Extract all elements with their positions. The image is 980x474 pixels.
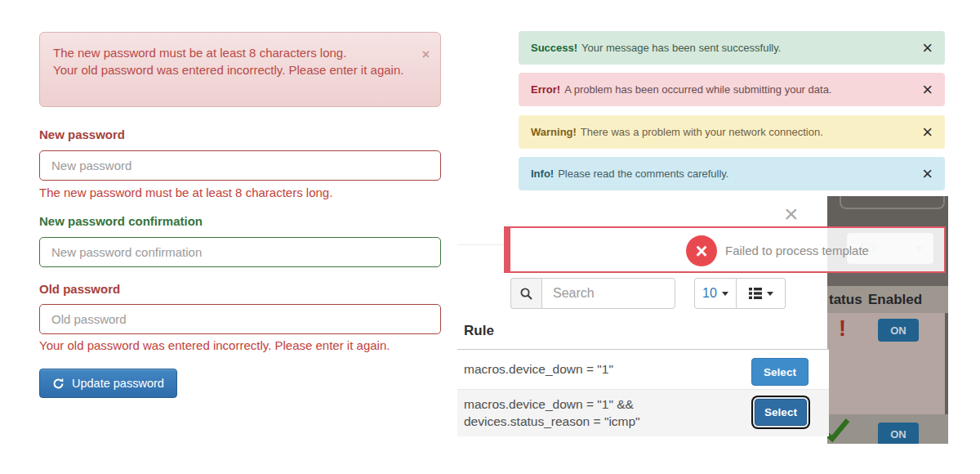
status-ok-check-icon <box>827 418 850 444</box>
old-password-input[interactable] <box>39 304 441 334</box>
close-icon[interactable]: × <box>422 49 430 60</box>
alert-message-line: The new password must be at least 8 char… <box>53 44 408 61</box>
page-size-label: 10 <box>702 286 717 301</box>
toast-message: Failed to process template <box>725 243 869 257</box>
new-password-input[interactable] <box>39 150 441 181</box>
refresh-icon <box>52 378 65 390</box>
search-icon <box>519 287 533 301</box>
rule-column-header: Rule <box>464 323 494 339</box>
old-password-label: Old password <box>39 282 120 296</box>
enabled-toggle-on[interactable]: ON <box>878 423 919 444</box>
enabled-toggle-on[interactable]: ON <box>878 319 919 342</box>
alert-message: There was a problem with your network co… <box>581 126 823 138</box>
select-label: Select <box>764 406 797 418</box>
page-size-dropdown[interactable]: 10 <box>694 278 737 309</box>
info-alert: Info! Please read the comments carefully… <box>519 157 945 190</box>
x-mark: × <box>696 241 708 262</box>
error-circle-icon: × <box>686 235 717 266</box>
alert-message: Your message has been sent successfully. <box>581 42 781 54</box>
rule-expression-line: devices.status_reason = "icmp" <box>464 413 640 430</box>
alert-label: Warning! <box>531 126 577 138</box>
select-label: Select <box>764 366 796 378</box>
alert-label: Info! <box>531 168 554 180</box>
rule-search-group <box>510 278 675 309</box>
on-label: ON <box>890 324 906 337</box>
table-controls: 10 <box>694 278 786 309</box>
status-column-header-partial: tatus <box>829 292 862 308</box>
alert-message-line: Your old password was entered incorrectl… <box>53 61 408 78</box>
close-icon[interactable]: × <box>922 123 933 141</box>
rule-expression-line: macros.device_down = "1" && <box>464 396 634 413</box>
search-input[interactable] <box>541 278 675 309</box>
modal-close-icon[interactable]: × <box>784 202 799 226</box>
select-rule-button-focused[interactable]: Select <box>755 399 807 426</box>
password-confirmation-label: New password confirmation <box>39 214 203 228</box>
background-band <box>827 273 948 286</box>
background-table-header: tatus Enabled <box>827 286 948 313</box>
password-error-alert: The new password must be at least 8 char… <box>39 32 441 107</box>
error-alert: Error! A problem has been occurred while… <box>519 73 945 106</box>
new-password-label: New password <box>39 127 125 141</box>
chevron-down-icon <box>767 292 773 296</box>
search-icon-box <box>510 278 541 309</box>
close-icon[interactable]: × <box>922 39 933 57</box>
screenshot-canvas: The new password must be at least 8 char… <box>0 0 980 474</box>
password-confirmation-input[interactable] <box>39 237 441 267</box>
close-icon[interactable]: × <box>922 165 933 183</box>
select-rule-button[interactable]: Select <box>751 358 808 386</box>
success-alert: Success! Your message has been sent succ… <box>519 31 945 65</box>
alert-label: Error! <box>531 83 560 96</box>
list-icon <box>749 288 762 299</box>
chevron-down-icon <box>722 292 728 296</box>
warning-alert: Warning! There was a problem with your n… <box>519 115 945 149</box>
rule-table-row: macros.device_down = "1" Select <box>457 350 829 389</box>
on-label: ON <box>890 428 906 440</box>
error-toast: × Failed to process template <box>504 226 946 273</box>
alert-message: Please read the comments carefully. <box>558 168 728 180</box>
alert-label: Success! <box>531 42 577 54</box>
status-error-icon: ! <box>839 316 846 342</box>
column-list-dropdown[interactable] <box>737 278 786 309</box>
alert-message: A problem has been occurred while submit… <box>564 83 831 96</box>
enabled-column-header: Enabled <box>868 292 922 308</box>
background-panel-edge <box>840 196 945 209</box>
update-password-button[interactable]: Update password <box>39 369 177 398</box>
rule-table-row: macros.device_down = "1" && devices.stat… <box>457 390 829 436</box>
rule-expression: macros.device_down = "1" <box>464 360 613 378</box>
close-icon[interactable]: × <box>922 81 933 99</box>
new-password-error: The new password must be at least 8 char… <box>39 186 332 199</box>
update-password-label: Update password <box>72 377 164 390</box>
old-password-error: Your old password was entered incorrectl… <box>39 338 390 352</box>
